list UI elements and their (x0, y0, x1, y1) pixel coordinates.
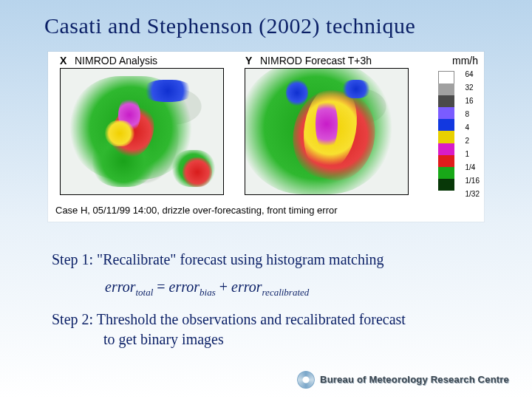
step-1: Step 1: "Recalibrate" forecast using his… (52, 250, 488, 270)
figure-container: X NIMROD Analysis Y NIMROD Forecast T+3h… (48, 52, 484, 222)
colorbar-ticks: 64 32 16 8 4 2 1 1/4 1/16 1/32 (466, 68, 480, 201)
panel-x-map (60, 68, 224, 195)
steps-block: Step 1: "Recalibrate" forecast using his… (52, 250, 488, 349)
step-2-line1: Step 2: Threshold the observations and r… (52, 310, 488, 330)
figure-caption: Case H, 05/11/99 14:00, drizzle over-for… (55, 205, 338, 216)
error-equation: errortotal = errorbias + errorrecalibrat… (105, 277, 488, 299)
panel-y-map (245, 68, 409, 195)
step-2-line2: to get binary images (52, 330, 488, 349)
panel-y-letter: Y (245, 55, 252, 66)
panel-y-label: NIMROD Forecast T+3h (260, 55, 372, 66)
footer: Bureau of Meteorology Research Centre Bu… (297, 371, 510, 389)
colorbar (438, 71, 454, 191)
bom-logo-icon (297, 371, 315, 389)
panel-x-letter: X (60, 55, 66, 66)
units-label: mm/h (452, 55, 478, 66)
panel-x-label: NIMROD Analysis (75, 55, 157, 66)
page-title: Casati and Stephenson (2002) technique (0, 0, 532, 38)
